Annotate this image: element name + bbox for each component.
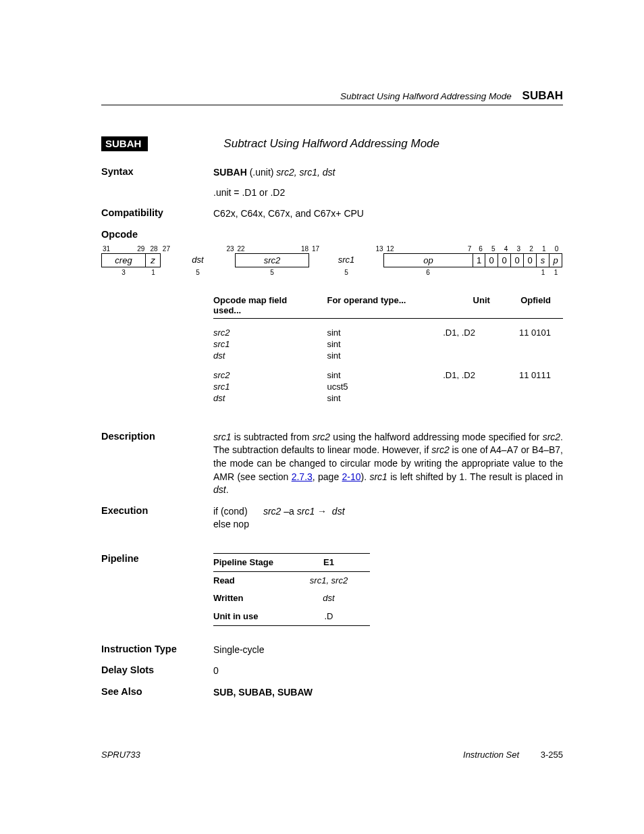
table-row: src1sint xyxy=(213,338,563,350)
cell: sint xyxy=(327,338,431,350)
bit-num: 12 xyxy=(385,245,474,253)
execution-label: Execution xyxy=(101,505,213,516)
bit-num: 5 xyxy=(487,245,500,253)
syntax-mnemonic: SUBAH xyxy=(213,167,247,178)
pipeline-label: Pipeline xyxy=(101,553,213,564)
table-row: dstsint xyxy=(213,392,563,404)
pipeline-table: Pipeline Stage E1 Readsrc1, src2 Written… xyxy=(213,553,370,626)
col-header: Unit xyxy=(431,292,502,319)
instr-type-label: Instruction Type xyxy=(101,644,213,654)
cell: src1 xyxy=(213,339,230,349)
page-footer: SPRU733 Instruction Set 3-255 xyxy=(101,750,563,760)
cell: sint xyxy=(327,392,431,404)
field-p: p xyxy=(549,253,562,267)
page-number: 3-255 xyxy=(541,750,563,760)
chapter-title: Instruction Set xyxy=(463,750,519,760)
table-row: Opcode map field used... For operand typ… xyxy=(213,292,563,319)
field-bit6: 1 xyxy=(473,253,485,267)
table-row: src2sint.D1, .D211 0101 xyxy=(213,327,563,338)
table-row: Unit in use.D xyxy=(213,608,370,626)
text: is left shifted by 1. The result is plac… xyxy=(387,471,563,482)
bit-num: 27 xyxy=(161,245,236,253)
opcode-diagram: 31 29 28 27 23 22 18 17 13 12 7 6 5 4 3 … xyxy=(101,245,563,276)
field-creg: creg xyxy=(101,253,146,267)
arg: src1 xyxy=(297,506,315,517)
section-description: Description src1 is subtracted from src2… xyxy=(101,431,563,497)
cell: 11 0111 xyxy=(502,369,563,381)
col-header: E1 xyxy=(305,553,370,571)
bit-num: 0 xyxy=(550,245,563,253)
table-row: Writtendst xyxy=(213,590,370,607)
bit-num: 29 xyxy=(137,245,144,253)
page: Subtract Using Halfword Addressing Mode … xyxy=(0,0,644,834)
bit-num: 18 xyxy=(301,245,308,253)
width: 1 xyxy=(146,269,161,276)
instruction-title: Subtract Using Halfword Addressing Mode xyxy=(223,137,439,151)
cell: 11 0101 xyxy=(502,327,563,338)
header-rule xyxy=(101,105,563,105)
field-src2: src2 xyxy=(235,253,309,267)
field-bit4: 0 xyxy=(498,253,511,267)
syntax-unit-line: .unit = .D1 or .D2 xyxy=(213,187,285,198)
opcode-map-table: Opcode map field used... For operand typ… xyxy=(213,292,563,404)
arrow-icon: → xyxy=(315,506,329,517)
width: 1 xyxy=(549,269,562,276)
table-row: dstsint xyxy=(213,350,563,361)
running-mnemonic: SUBAH xyxy=(522,89,563,102)
title-row: SUBAH Subtract Using Halfword Addressing… xyxy=(101,136,563,151)
cell: ucst5 xyxy=(327,381,431,392)
cell: .D xyxy=(305,608,370,626)
delay-slots-label: Delay Slots xyxy=(101,664,213,675)
text: , page xyxy=(313,471,342,482)
bit-boxes: creg z dst src2 src1 op 1 0 0 0 0 s p xyxy=(101,253,563,267)
row-label: Written xyxy=(213,593,244,603)
section-compatibility: Compatibility C62x, C64x, C67x, and C67x… xyxy=(101,207,563,221)
cell: sint xyxy=(327,369,431,381)
mnemonic-chip: SUBAH xyxy=(101,136,148,151)
cell: .D1, .D2 xyxy=(431,369,502,381)
field-z: z xyxy=(146,253,161,267)
bit-num: 1 xyxy=(537,245,550,253)
table-row: src1ucst5 xyxy=(213,381,563,392)
field-bit3: 0 xyxy=(511,253,524,267)
bit-num: 13 xyxy=(375,245,383,253)
link-section[interactable]: 2.7.3 xyxy=(292,471,313,482)
running-head: Subtract Using Halfword Addressing Mode … xyxy=(340,89,563,103)
bit-numbers: 31 29 28 27 23 22 18 17 13 12 7 6 5 4 3 … xyxy=(101,245,563,253)
see-also-label: See Also xyxy=(101,686,213,697)
bit-num: 28 xyxy=(146,245,161,253)
delay-slots-value: 0 xyxy=(213,664,563,678)
table-row: Readsrc1, src2 xyxy=(213,572,370,590)
cell: sint xyxy=(327,350,431,361)
field-bit2: 0 xyxy=(524,253,537,267)
bit-num: 2 xyxy=(525,245,538,253)
arg: src1 xyxy=(213,432,231,442)
section-see-also: See Also SUB, SUBAB, SUBAW xyxy=(101,686,563,700)
section-pipeline: Pipeline Pipeline Stage E1 Readsrc1, src… xyxy=(101,553,563,626)
width: 5 xyxy=(235,269,309,276)
width: 5 xyxy=(161,269,235,276)
col-header: For operand type... xyxy=(327,292,431,319)
syntax-content: SUBAH (.unit) src2, src1, dst .unit = .D… xyxy=(213,166,563,199)
text: if (cond) xyxy=(213,506,248,517)
width: 3 xyxy=(101,269,146,276)
arg: src2 xyxy=(431,444,449,455)
text: using the halfword addressing mode speci… xyxy=(330,432,542,442)
width: 6 xyxy=(383,269,473,276)
opcode-label: Opcode xyxy=(101,229,213,240)
arg: dst xyxy=(332,506,345,517)
row-label: Read xyxy=(213,575,235,585)
section-delay-slots: Delay Slots 0 xyxy=(101,664,563,678)
syntax-unit: (.unit) xyxy=(247,167,277,178)
cell: src2 xyxy=(213,370,230,380)
description-text: src1 is subtracted from src2 using the h… xyxy=(213,431,563,497)
bit-widths: 3 1 5 5 5 6 1 1 xyxy=(101,269,563,276)
execution-text: if (cond) src2 –a src1 → dst else nop xyxy=(213,505,563,531)
field-dst: dst xyxy=(161,253,235,267)
field-src1: src1 xyxy=(309,253,383,267)
doc-id: SPRU733 xyxy=(101,750,140,760)
col-header: Opfield xyxy=(502,292,563,319)
width: 1 xyxy=(537,269,549,276)
arg: src2 xyxy=(263,506,281,517)
link-page[interactable]: 2-10 xyxy=(342,471,361,482)
